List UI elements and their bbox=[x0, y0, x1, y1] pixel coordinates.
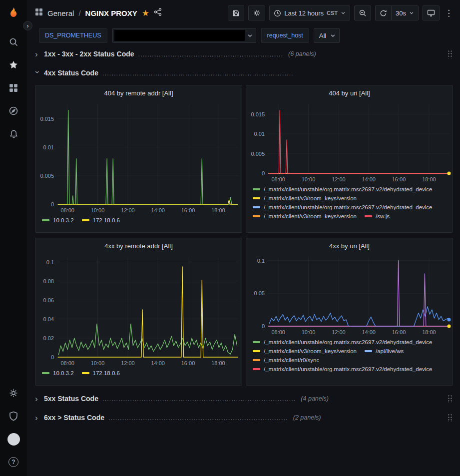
ds-prometheus-label[interactable]: DS_PROMETHEUS bbox=[39, 28, 107, 43]
legend-item[interactable]: 172.18.0.6 bbox=[82, 370, 120, 376]
legend-swatch bbox=[253, 341, 260, 343]
svg-text:10:00: 10:00 bbox=[91, 360, 105, 366]
alerting-bell-icon[interactable] bbox=[3, 124, 23, 144]
panel-header[interactable]: 404 by remote addr [All] bbox=[35, 85, 242, 100]
row-1xx-3xx-2xx-status-code[interactable]: › 1xx - 3xx - 2xx Status Code ..........… bbox=[35, 47, 453, 61]
time-range-label: Last 12 hours bbox=[284, 9, 324, 17]
legend-item[interactable]: /_matrix/client/r0/sync bbox=[253, 357, 319, 363]
time-series-chart[interactable]: 08:0010:0012:0014:0016:0018:0000.0050.01… bbox=[35, 100, 242, 215]
grafana-logo[interactable] bbox=[3, 4, 23, 24]
row-dots: ........................................… bbox=[108, 414, 288, 422]
panel-header[interactable]: 4xx by remote addr [All] bbox=[35, 238, 242, 253]
panel-title: 404 by uri [All] bbox=[329, 89, 370, 97]
legend-item[interactable]: /_matrix/client/v3/room_keys/version bbox=[253, 213, 357, 219]
legend-label: /_matrix/client/v3/room_keys/version bbox=[264, 213, 357, 219]
panel-legend: 10.0.3.2172.18.0.6 bbox=[35, 215, 242, 232]
time-series-chart[interactable]: 08:0010:0012:0014:0016:0018:0000.020.040… bbox=[35, 253, 242, 368]
panel-header[interactable]: 404 by uri [All] bbox=[246, 85, 453, 100]
svg-text:0.01: 0.01 bbox=[43, 144, 54, 150]
svg-text:0.1: 0.1 bbox=[257, 258, 265, 264]
time-range-picker[interactable]: Last 12 hours CST bbox=[269, 5, 350, 20]
svg-text:18:00: 18:00 bbox=[211, 207, 225, 213]
svg-text:0: 0 bbox=[51, 354, 54, 360]
legend-item[interactable]: 10.0.3.2 bbox=[42, 370, 74, 376]
breadcrumb-title[interactable]: NGINX PROXY bbox=[85, 9, 137, 17]
legend-item[interactable]: /api/live/ws bbox=[365, 348, 404, 354]
legend-item[interactable]: 172.18.0.6 bbox=[82, 217, 120, 223]
legend-label: /_matrix/client/v3/room_keys/version bbox=[264, 348, 357, 354]
svg-text:0.08: 0.08 bbox=[43, 278, 54, 284]
clock-icon bbox=[274, 9, 281, 17]
legend-label: /_matrix/client/unstable/org.matrix.msc2… bbox=[264, 186, 433, 192]
svg-text:0.015: 0.015 bbox=[251, 111, 265, 117]
more-options-kebab-icon[interactable]: ⋮ bbox=[444, 5, 454, 20]
search-icon[interactable] bbox=[3, 32, 23, 52]
legend-item[interactable]: /_matrix/client/unstable/org.matrix.msc2… bbox=[253, 186, 433, 192]
svg-text:18:00: 18:00 bbox=[422, 176, 436, 182]
legend-item[interactable]: /_matrix/client/unstable/org.matrix.msc2… bbox=[253, 204, 433, 210]
legend-swatch bbox=[253, 215, 260, 217]
share-icon[interactable] bbox=[154, 8, 162, 18]
svg-text:10:00: 10:00 bbox=[302, 176, 316, 182]
favorite-star-icon[interactable]: ★ bbox=[142, 9, 149, 17]
row-drag-handle-icon[interactable] bbox=[448, 414, 453, 422]
request-host-select[interactable]: All bbox=[314, 28, 340, 43]
grafana-app: ? › General / NGINX PROXY ★ Last 12 bbox=[0, 0, 460, 476]
row-4xx-status-code[interactable]: › 4xx Status Code ......................… bbox=[35, 66, 453, 80]
refresh-interval-dropdown[interactable]: 30s bbox=[391, 5, 419, 20]
cycle-view-tv-button[interactable] bbox=[423, 5, 440, 20]
dashboards-icon[interactable] bbox=[3, 78, 23, 98]
time-series-chart[interactable]: 08:0010:0012:0014:0016:0018:0000.050.1 bbox=[246, 253, 453, 337]
row-6xx-status-code[interactable]: › 6xx > Status Code ....................… bbox=[35, 411, 453, 425]
explore-compass-icon[interactable] bbox=[3, 101, 23, 121]
row-title: 5xx Status Code bbox=[44, 395, 98, 403]
user-avatar[interactable] bbox=[3, 429, 23, 449]
svg-text:08:00: 08:00 bbox=[60, 207, 74, 213]
question-mark-icon: ? bbox=[8, 457, 18, 467]
row-drag-handle-icon[interactable] bbox=[448, 395, 453, 403]
time-series-chart[interactable]: 08:0010:0012:0014:0016:0018:0000.0050.01… bbox=[246, 100, 453, 184]
sidebar-expand-button[interactable]: › bbox=[23, 21, 32, 30]
svg-text:0: 0 bbox=[262, 170, 265, 176]
zoom-out-icon bbox=[359, 9, 367, 17]
panel-404-by-remote-addr-all-: 404 by remote addr [All] 08:0010:0012:00… bbox=[35, 85, 242, 233]
legend-swatch bbox=[253, 197, 260, 199]
save-dashboard-button[interactable] bbox=[228, 5, 244, 20]
legend-label: /sw.js bbox=[376, 213, 390, 219]
legend-item[interactable]: /_matrix/client/unstable/org.matrix.msc2… bbox=[253, 339, 433, 345]
svg-text:0: 0 bbox=[262, 323, 265, 329]
svg-text:12:00: 12:00 bbox=[121, 360, 135, 366]
dashboard-settings-button[interactable] bbox=[248, 5, 265, 20]
legend-swatch bbox=[253, 206, 260, 208]
legend-item[interactable]: /sw.js bbox=[365, 213, 390, 219]
legend-item[interactable]: /_matrix/client/v3/room_keys/version bbox=[253, 195, 357, 201]
dashboard-toolbar: Last 12 hours CST 30s ⋮ bbox=[228, 5, 454, 20]
help-icon[interactable]: ? bbox=[3, 452, 23, 472]
legend-label: /_matrix/client/r0/sync bbox=[264, 357, 319, 363]
panel-legend: /_matrix/client/unstable/org.matrix.msc2… bbox=[246, 184, 453, 232]
legend-item[interactable]: /_matrix/client/v3/room_keys/version bbox=[253, 348, 357, 354]
refresh-button[interactable] bbox=[375, 5, 391, 20]
legend-swatch bbox=[42, 372, 49, 374]
request-host-label[interactable]: request_host bbox=[261, 28, 309, 43]
row-panel-count: (6 panels) bbox=[288, 50, 316, 57]
svg-text:08:00: 08:00 bbox=[271, 176, 285, 182]
row-drag-handle-icon[interactable] bbox=[448, 50, 453, 58]
breadcrumb-folder[interactable]: General bbox=[47, 9, 74, 17]
legend-item[interactable]: 10.0.3.2 bbox=[42, 217, 74, 223]
panel-header[interactable]: 4xx by uri [All] bbox=[246, 238, 453, 253]
ds-prometheus-select[interactable] bbox=[112, 28, 256, 43]
avatar bbox=[7, 433, 20, 446]
legend-item[interactable]: /_matrix/client/unstable/org.matrix.msc2… bbox=[253, 366, 433, 372]
svg-text:14:00: 14:00 bbox=[362, 329, 376, 335]
settings-gear-icon[interactable] bbox=[3, 383, 23, 403]
starred-icon[interactable] bbox=[3, 55, 23, 75]
row-panel-count: (2 panels) bbox=[293, 414, 321, 421]
row-5xx-status-code[interactable]: › 5xx Status Code ......................… bbox=[35, 392, 453, 406]
zoom-out-button[interactable] bbox=[354, 5, 371, 20]
legend-swatch bbox=[82, 219, 89, 221]
svg-text:0.02: 0.02 bbox=[43, 335, 54, 341]
svg-text:0.005: 0.005 bbox=[251, 151, 265, 157]
server-admin-shield-icon[interactable] bbox=[3, 406, 23, 426]
legend-label: /_matrix/client/unstable/org.matrix.msc2… bbox=[264, 366, 433, 372]
